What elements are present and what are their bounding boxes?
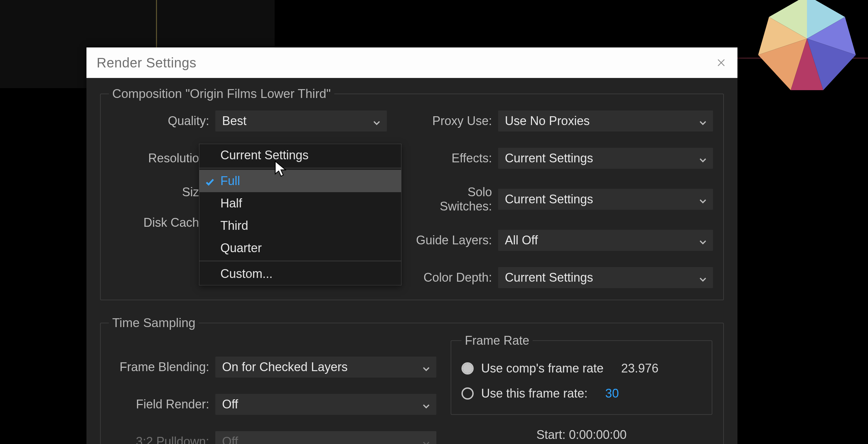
depth-value: Current Settings	[505, 270, 593, 285]
proxy-label: Proxy Use:	[414, 114, 498, 128]
radio-icon	[461, 362, 474, 375]
option-label: Custom...	[220, 267, 273, 281]
radio-icon	[461, 387, 474, 400]
render-settings-dialog: Render Settings Composition "Origin Film…	[86, 47, 737, 444]
chevron-down-icon	[372, 116, 381, 126]
dialog-title: Render Settings	[97, 55, 196, 70]
comp-frame-rate-value: 23.976	[621, 361, 658, 376]
close-icon[interactable]	[714, 56, 728, 69]
check-icon	[205, 176, 215, 186]
frame-rate-group: Frame Rate Use comp's frame rate 23.976 …	[451, 334, 712, 415]
solo-label: Solo Switches:	[414, 185, 498, 214]
chevron-down-icon	[698, 195, 708, 204]
pulldown-dropdown: Off	[215, 431, 436, 444]
frame-blending-value: On for Checked Layers	[222, 360, 348, 374]
pulldown-label: 3:2 Pulldown:	[111, 435, 215, 444]
guide-value: All Off	[505, 233, 538, 247]
time-sampling-legend: Time Sampling	[109, 316, 199, 330]
option-label: Half	[220, 196, 242, 210]
guide-label: Guide Layers:	[414, 233, 498, 247]
frame-rate-option-custom[interactable]: Use this frame rate: 30	[461, 386, 702, 401]
field-render-label: Field Render:	[111, 397, 215, 411]
effects-label: Effects:	[414, 151, 498, 165]
frame-blending-label: Frame Blending:	[111, 360, 215, 374]
depth-label: Color Depth:	[414, 270, 498, 285]
custom-frame-rate-value[interactable]: 30	[605, 386, 619, 401]
quality-value: Best	[222, 114, 246, 128]
effects-value: Current Settings	[505, 151, 593, 165]
chevron-down-icon	[421, 400, 431, 409]
chevron-down-icon	[698, 116, 708, 126]
option-label: Full	[220, 174, 240, 188]
chevron-down-icon	[698, 154, 708, 163]
depth-dropdown[interactable]: Current Settings	[498, 267, 713, 288]
resolution-option-third[interactable]: Third	[199, 215, 401, 237]
field-render-value: Off	[222, 397, 238, 411]
chevron-down-icon	[698, 236, 708, 245]
guide-dropdown[interactable]: All Off	[498, 230, 713, 251]
resolution-option-half[interactable]: Half	[199, 192, 401, 215]
solo-dropdown[interactable]: Current Settings	[498, 189, 713, 210]
dialog-body: Composition "Origin Films Lower Third" Q…	[86, 78, 737, 444]
resolution-option-current[interactable]: Current Settings	[199, 144, 401, 166]
dialog-titlebar[interactable]: Render Settings	[86, 47, 737, 78]
frame-rate-option-comp[interactable]: Use comp's frame rate 23.976	[461, 361, 702, 376]
resolution-option-custom[interactable]: Custom...	[199, 263, 401, 285]
option-label: Quarter	[220, 241, 262, 255]
frame-rate-legend: Frame Rate	[461, 334, 533, 348]
chevron-down-icon	[421, 437, 431, 444]
solo-value: Current Settings	[505, 192, 593, 206]
quality-label: Quality:	[111, 114, 215, 128]
menu-separator	[199, 261, 401, 261]
option-label: Third	[220, 219, 248, 233]
radio-label: Use this frame rate:	[481, 386, 588, 401]
resolution-option-quarter[interactable]: Quarter	[199, 237, 401, 259]
icosahedron-icon	[753, 0, 861, 98]
option-label: Current Settings	[220, 148, 309, 162]
field-render-dropdown[interactable]: Off	[215, 394, 436, 415]
chevron-down-icon	[698, 273, 708, 282]
composition-legend: Composition "Origin Films Lower Third"	[109, 87, 334, 101]
quality-dropdown[interactable]: Best	[215, 110, 387, 132]
chevron-down-icon	[421, 362, 431, 372]
composition-group: Composition "Origin Films Lower Third" Q…	[100, 87, 724, 300]
frame-blending-dropdown[interactable]: On for Checked Layers	[215, 357, 436, 378]
resolution-menu: Current Settings Full Half Third Quarter	[199, 144, 401, 285]
time-sampling-group: Time Sampling Frame Blending: On for Che…	[100, 316, 724, 444]
proxy-value: Use No Proxies	[505, 114, 590, 128]
pulldown-value: Off	[222, 435, 238, 444]
start-time-label: Start: 0:00:00:00	[450, 428, 713, 442]
menu-separator	[199, 168, 401, 168]
effects-dropdown[interactable]: Current Settings	[498, 148, 713, 169]
resolution-option-full[interactable]: Full	[199, 170, 401, 192]
radio-label: Use comp's frame rate	[481, 361, 604, 376]
proxy-dropdown[interactable]: Use No Proxies	[498, 110, 713, 132]
